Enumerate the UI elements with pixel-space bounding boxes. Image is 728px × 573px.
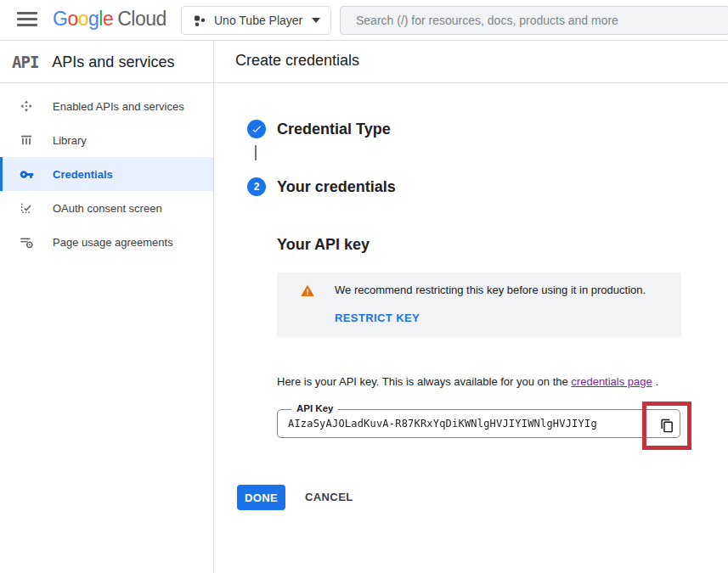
logo-suffix: Cloud [117,8,166,30]
create-credentials-panel: Credential Type 2 Your credentials Your … [215,83,728,573]
stepper-connector-line [255,145,257,160]
warning-message: We recommend restricting this key before… [335,284,646,296]
sidebar-title: APIs and services [52,53,174,71]
cancel-button[interactable]: CANCEL [305,491,353,503]
sentence-after: . [652,375,658,388]
library-icon [19,132,34,148]
hamburger-menu-icon[interactable] [17,12,37,29]
your-api-key-heading: Your API key [277,236,370,254]
logo-letter: e [103,8,113,30]
global-search-bar [340,6,728,35]
sidebar-item-label: Enabled APIs and services [53,100,184,113]
search-input[interactable] [341,7,728,34]
sidebar-item-credentials[interactable]: Credentials [0,157,213,191]
logo-letter: G [53,8,67,30]
sidebar-item-label: Library [53,134,87,147]
sentence-before: Here is your API key. This is always ava… [277,375,571,388]
api-glyph-icon: API [12,53,38,71]
oauth-check-icon [19,200,34,216]
logo-letter: g [88,8,99,30]
top-app-bar: GoogleCloud Uno Tube Player [0,0,728,41]
sidebar-item-library[interactable]: Library [0,123,213,157]
warning-icon [300,284,315,298]
project-selector-label: Uno Tube Player [214,14,303,27]
sidebar-header: API APIs and services [0,41,214,83]
restrict-key-warning-box: We recommend restricting this key before… [277,272,681,337]
done-button[interactable]: DONE [237,485,285,510]
annotation-highlight-box [642,402,691,450]
api-key-input[interactable] [278,410,680,437]
step1-label[interactable]: Credential Type [277,121,391,138]
project-dots-icon [192,14,206,27]
project-selector-button[interactable]: Uno Tube Player [181,6,331,35]
api-key-field: API Key [277,409,680,438]
logo-letter: o [78,8,88,30]
sidebar-item-enabled-apis[interactable]: Enabled APIs and services [0,89,213,123]
chevron-down-icon [312,18,320,23]
sidebar-nav: Enabled APIs and services Library Creden… [0,83,214,573]
api-key-sentence: Here is your API key. This is always ava… [277,375,719,388]
step2-label: Your credentials [277,178,396,196]
google-cloud-logo: GoogleCloud [53,8,166,31]
credentials-page-link[interactable]: credentials page [571,375,652,388]
page-title: Create credentials [235,52,359,70]
explore-icon [19,98,34,114]
restrict-key-button[interactable]: RESTRICT KEY [335,312,420,324]
agreements-gear-icon [19,234,34,250]
check-icon [251,123,262,135]
sidebar-item-oauth-consent[interactable]: OAuth consent screen [0,191,213,225]
logo-letter: o [67,8,77,30]
section-header-row: API APIs and services Create credentials [0,41,728,83]
sidebar-item-page-usage-agreements[interactable]: Page usage agreements [0,225,213,259]
key-icon [19,166,34,182]
step2-number-badge: 2 [247,177,266,196]
sidebar-item-label: Page usage agreements [53,236,173,249]
sidebar-item-label: OAuth consent screen [53,202,162,215]
step1-completed-badge [247,120,266,138]
sidebar-item-label: Credentials [53,168,113,181]
